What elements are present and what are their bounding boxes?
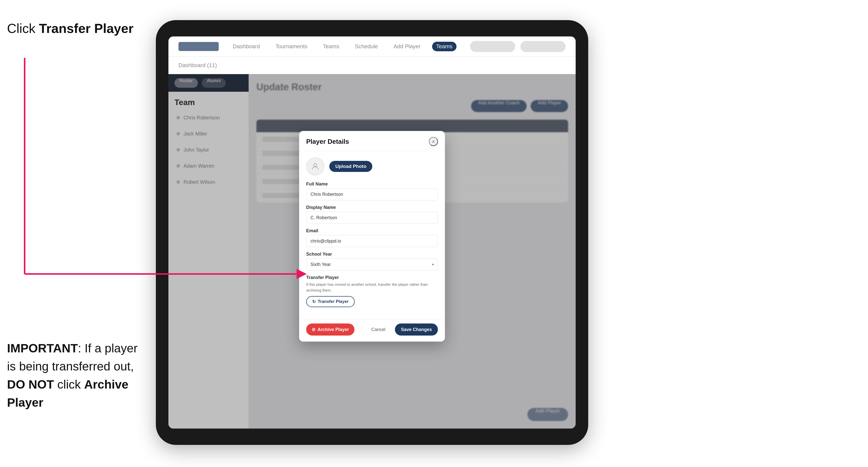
transfer-player-button[interactable]: ↻ Transfer Player — [306, 296, 355, 307]
nav-add-player[interactable]: Add Player — [390, 42, 425, 51]
modal-body: Upload Photo Full Name Display Name — [299, 151, 445, 319]
breadcrumb: Dashboard (11) — [179, 62, 217, 69]
transfer-button-label: Transfer Player — [318, 299, 349, 304]
nav-teams-active[interactable]: Teams — [432, 42, 457, 51]
important-label: IMPORTANT — [7, 342, 78, 355]
archive-icon: ⊘ — [312, 327, 315, 332]
email-input[interactable] — [306, 235, 438, 247]
avatar — [306, 157, 324, 176]
display-name-input[interactable] — [306, 212, 438, 224]
nav-tournaments[interactable]: Tournaments — [272, 42, 311, 51]
transfer-section: Transfer Player If this player has moved… — [306, 275, 438, 307]
email-group: Email — [306, 228, 438, 247]
tablet-screen: Dashboard Tournaments Teams Schedule Add… — [168, 36, 576, 429]
modal-header: Player Details × — [299, 131, 445, 151]
display-name-label: Display Name — [306, 205, 438, 210]
instruction-bottom: IMPORTANT: If a player is being transfer… — [7, 339, 148, 412]
transfer-icon: ↻ — [312, 299, 316, 304]
app-bar-add-btn[interactable] — [470, 41, 515, 52]
full-name-group: Full Name — [306, 182, 438, 200]
tablet-device: Dashboard Tournaments Teams Schedule Add… — [156, 20, 588, 445]
full-name-input[interactable] — [306, 188, 438, 200]
instruction-prefix: Click — [7, 21, 39, 36]
player-details-modal: Player Details × — [299, 131, 445, 342]
modal-overlay: Player Details × — [168, 74, 576, 429]
school-year-select[interactable]: First Year Second Year Third Year Fourth… — [306, 258, 438, 271]
cancel-button[interactable]: Cancel — [366, 323, 391, 336]
content-area: Roster Alumni Team Chris Robertson Jack … — [168, 74, 576, 429]
display-name-group: Display Name — [306, 205, 438, 224]
app-logo — [179, 42, 219, 51]
school-year-select-wrapper: First Year Second Year Third Year Fourth… — [306, 258, 438, 271]
avatar-section: Upload Photo — [306, 157, 438, 176]
instruction-bold: Transfer Player — [39, 21, 133, 36]
app-bar: Dashboard Tournaments Teams Schedule Add… — [168, 36, 576, 57]
modal-title: Player Details — [306, 138, 349, 146]
archive-player-button[interactable]: ⊘ Archive Player — [306, 323, 354, 336]
sub-header: Dashboard (11) — [168, 57, 576, 74]
school-year-label: School Year — [306, 252, 438, 257]
instruction-top: Click Transfer Player — [7, 20, 133, 37]
email-label: Email — [306, 228, 438, 234]
full-name-label: Full Name — [306, 182, 438, 187]
app-nav: Dashboard Tournaments Teams Schedule Add… — [229, 42, 460, 51]
instruction-text-2: click — [54, 378, 84, 391]
save-changes-button[interactable]: Save Changes — [395, 323, 438, 336]
modal-close-button[interactable]: × — [429, 137, 438, 146]
nav-schedule[interactable]: Schedule — [351, 42, 382, 51]
svg-point-0 — [314, 163, 317, 166]
archive-button-label: Archive Player — [317, 327, 349, 332]
do-not-label: DO NOT — [7, 378, 54, 391]
app-bar-upload-btn[interactable] — [520, 41, 566, 52]
transfer-description: If this player has moved to another scho… — [306, 282, 438, 293]
transfer-title: Transfer Player — [306, 275, 438, 280]
nav-dashboard[interactable]: Dashboard — [229, 42, 264, 51]
upload-photo-button[interactable]: Upload Photo — [329, 161, 372, 172]
modal-footer: ⊘ Archive Player Cancel Save Changes — [299, 319, 445, 342]
nav-teams[interactable]: Teams — [319, 42, 343, 51]
app-bar-right — [470, 41, 566, 52]
school-year-group: School Year First Year Second Year Third… — [306, 252, 438, 271]
